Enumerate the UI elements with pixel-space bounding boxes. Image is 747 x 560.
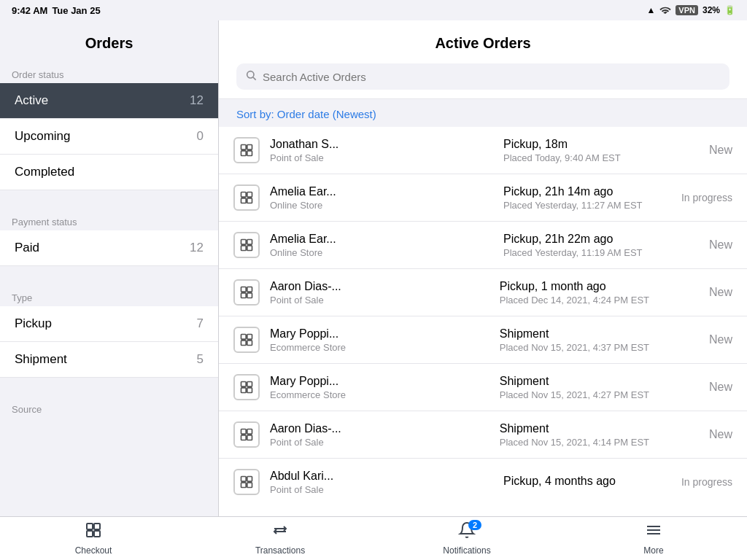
order-status: New	[659, 333, 732, 346]
order-info: Mary Poppi... Ecommerce Store	[270, 327, 489, 353]
svg-point-0	[247, 71, 254, 78]
sidebar-item-active[interactable]: Active 12	[0, 83, 218, 119]
svg-rect-23	[247, 382, 252, 387]
sidebar-item-shipment[interactable]: Shipment 5	[0, 342, 218, 378]
svg-rect-30	[241, 477, 247, 482]
svg-rect-3	[247, 145, 252, 150]
search-bar	[236, 63, 729, 90]
section-header-order-status: Order status	[0, 63, 218, 83]
sidebar-item-paid-count: 12	[190, 241, 204, 255]
order-name: Mary Poppi...	[270, 327, 489, 341]
sidebar-item-completed[interactable]: Completed	[0, 155, 218, 190]
order-source: Ecommerce Store	[270, 342, 489, 353]
svg-rect-16	[241, 293, 247, 298]
time: 9:42 AM	[12, 5, 47, 16]
order-icon	[233, 232, 260, 258]
order-source: Point of Sale	[270, 295, 489, 306]
order-status: In progress	[659, 475, 732, 489]
order-details: Pickup, 18m Placed Today, 9:40 AM EST	[503, 138, 649, 163]
order-row[interactable]: Aaron Dias-... Point of Sale Shipment Pl…	[219, 411, 747, 459]
sidebar-item-pickup[interactable]: Pickup 7	[0, 306, 218, 342]
content-area: Active Orders Sort by: Order date (Newes…	[219, 20, 747, 516]
checkout-label: Checkout	[75, 545, 112, 556]
status-badge: New	[709, 428, 732, 440]
sidebar-item-completed-label: Completed	[15, 165, 74, 179]
battery-icon: 🔋	[724, 5, 735, 15]
order-source: Online Store	[270, 247, 493, 258]
order-status: New	[659, 144, 732, 157]
order-time: Placed Yesterday, 11:27 AM EST	[503, 200, 649, 211]
order-time: Placed Today, 9:40 AM EST	[503, 152, 649, 163]
order-row[interactable]: Amelia Ear... Online Store Pickup, 21h 2…	[219, 222, 747, 269]
content-header: Active Orders	[219, 20, 747, 99]
order-row[interactable]: Aaron Dias-... Point of Sale Pickup, 1 m…	[219, 269, 747, 316]
order-name: Abdul Kari...	[270, 470, 493, 483]
order-icon	[233, 469, 260, 495]
transactions-icon	[271, 521, 289, 543]
order-details: Shipment Placed Nov 15, 2021, 4:14 PM ES…	[500, 422, 649, 448]
section-header-payment-status: Payment status	[0, 211, 218, 230]
divider-type	[0, 266, 218, 287]
search-input[interactable]	[263, 71, 721, 83]
status-badge: New	[709, 381, 732, 393]
sidebar-item-upcoming[interactable]: Upcoming 0	[0, 119, 218, 155]
tab-checkout[interactable]: Checkout	[0, 521, 187, 556]
svg-rect-34	[87, 524, 93, 529]
order-info: Mary Poppi... Ecommerce Store	[270, 375, 489, 400]
order-row[interactable]: Mary Poppi... Ecommerce Store Shipment P…	[219, 316, 747, 364]
tab-notifications[interactable]: 2 Notifications	[374, 521, 560, 556]
order-status: In progress	[659, 191, 732, 204]
order-time: Placed Nov 15, 2021, 4:27 PM EST	[500, 389, 649, 400]
section-header-source: Source	[0, 398, 218, 418]
order-row[interactable]: Abdul Kari... Point of Sale Pickup, 4 mo…	[219, 459, 747, 505]
sidebar-item-shipment-count: 5	[197, 352, 204, 367]
order-icon	[233, 279, 260, 306]
order-type: Shipment	[500, 375, 649, 388]
order-source: Online Store	[270, 200, 493, 211]
signal-icon: ▲	[646, 5, 655, 15]
svg-rect-9	[247, 198, 252, 203]
tab-transactions[interactable]: Transactions	[187, 521, 374, 556]
order-icon	[233, 374, 260, 400]
order-row[interactable]: Mary Poppi... Ecommerce Store Shipment P…	[219, 364, 747, 411]
status-badge: In progress	[681, 192, 732, 203]
order-type: Pickup, 1 month ago	[500, 280, 649, 293]
order-row[interactable]: Jonathan S... Point of Sale Pickup, 18m …	[219, 127, 747, 174]
order-details: Shipment Placed Nov 15, 2021, 4:37 PM ES…	[500, 327, 649, 353]
order-status: New	[659, 381, 732, 394]
sidebar-item-upcoming-label: Upcoming	[15, 129, 71, 144]
sidebar-item-upcoming-count: 0	[197, 129, 204, 144]
status-badge: New	[709, 238, 732, 251]
sort-label[interactable]: Sort by: Order date (Newest)	[236, 108, 376, 120]
divider-payment	[0, 190, 218, 211]
order-info: Abdul Kari... Point of Sale	[270, 470, 493, 495]
svg-rect-14	[241, 287, 247, 292]
order-details: Pickup, 21h 14m ago Placed Yesterday, 11…	[503, 185, 649, 211]
battery: 32%	[703, 5, 720, 15]
order-type: Pickup, 21h 14m ago	[503, 185, 649, 198]
svg-rect-31	[247, 477, 252, 482]
order-details: Pickup, 4 months ago	[503, 475, 649, 489]
svg-rect-6	[241, 192, 247, 198]
sidebar-item-paid[interactable]: Paid 12	[0, 230, 218, 266]
order-info: Aaron Dias-... Point of Sale	[270, 280, 489, 306]
svg-rect-5	[247, 151, 252, 156]
order-row[interactable]: Amelia Ear... Online Store Pickup, 21h 1…	[219, 174, 747, 222]
order-info: Amelia Ear... Online Store	[270, 233, 493, 258]
wifi-icon	[659, 5, 671, 16]
svg-rect-33	[247, 483, 252, 488]
order-name: Mary Poppi...	[270, 375, 489, 388]
order-icon	[233, 184, 260, 211]
svg-rect-21	[247, 341, 252, 346]
svg-rect-12	[241, 246, 247, 251]
notification-badge: 2	[468, 520, 481, 530]
sort-bar[interactable]: Sort by: Order date (Newest)	[219, 99, 747, 127]
sidebar-item-paid-label: Paid	[15, 241, 39, 255]
order-type: Pickup, 18m	[503, 138, 649, 151]
tab-more[interactable]: More	[560, 521, 747, 556]
order-time: Placed Yesterday, 11:19 AM EST	[503, 247, 649, 258]
order-icon	[233, 421, 260, 448]
svg-rect-26	[241, 429, 247, 435]
svg-line-1	[253, 77, 256, 80]
order-type: Pickup, 21h 22m ago	[503, 233, 649, 246]
